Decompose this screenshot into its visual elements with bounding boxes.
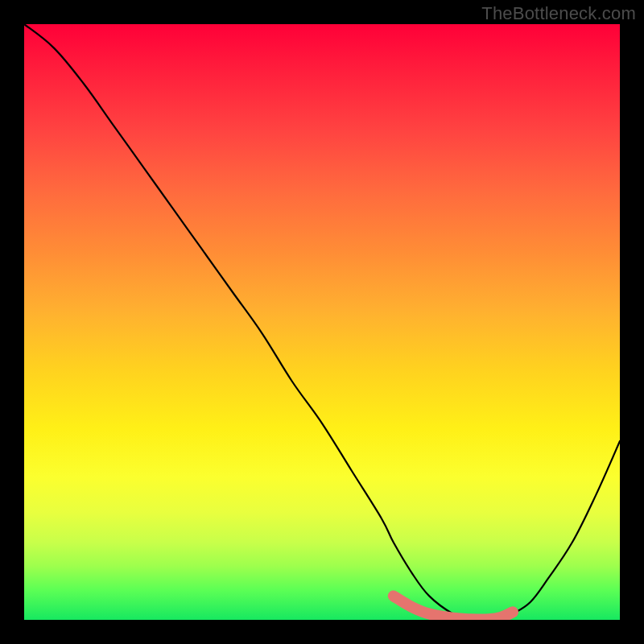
plot-area	[24, 24, 620, 620]
optimal-band	[394, 596, 513, 619]
curve-layer	[24, 24, 620, 620]
watermark-text: TheBottleneck.com	[481, 3, 636, 24]
bottleneck-curve	[24, 24, 620, 620]
chart-frame: TheBottleneck.com	[0, 0, 644, 644]
optimal-end-marker	[507, 606, 518, 617]
